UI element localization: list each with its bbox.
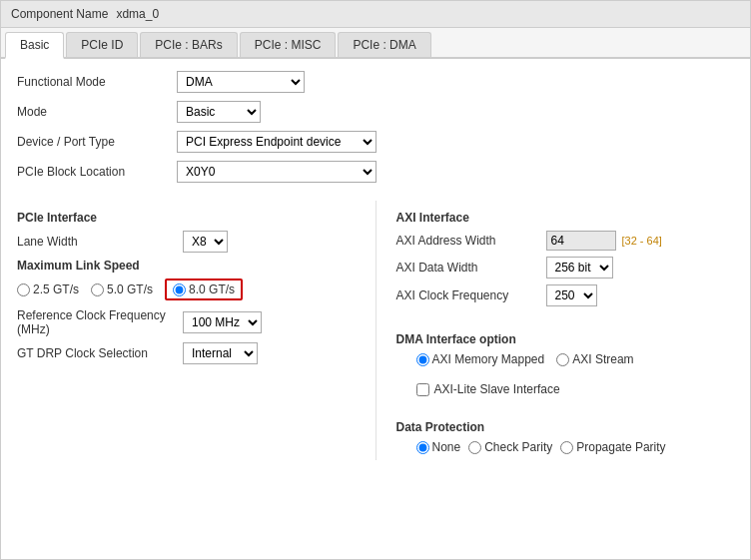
ref-clock-row: Reference Clock Frequency (MHz) 100 MHz …: [17, 308, 356, 336]
axi-lite-slave-row[interactable]: AXI-Lite Slave Interface: [416, 382, 735, 396]
gt-drp-row: GT DRP Clock Selection Internal External: [17, 342, 356, 364]
speed-2-5-radio[interactable]: [17, 283, 30, 296]
mode-select[interactable]: Basic Advanced: [177, 101, 261, 123]
axi-clock-freq-row: AXI Clock Frequency 125 250 500: [396, 284, 735, 306]
axi-lite-slave-label: AXI-Lite Slave Interface: [434, 382, 560, 396]
right-column: AXI Interface AXI Address Width [32 - 64…: [376, 201, 735, 460]
speed-8-0-radio[interactable]: [173, 283, 186, 296]
ref-clock-select[interactable]: 100 MHz 250 MHz: [183, 311, 262, 333]
speed-2-5-label: 2.5 GT/s: [33, 282, 79, 296]
pcie-interface-title: PCIe Interface: [17, 211, 356, 225]
speed-8-0-option[interactable]: 8.0 GT/s: [165, 279, 243, 300]
gt-drp-select[interactable]: Internal External: [183, 342, 258, 364]
axi-data-width-select[interactable]: 64 bit 128 bit 256 bit 512 bit: [546, 257, 613, 279]
axi-address-range-hint: [32 - 64]: [622, 235, 662, 247]
two-column-section: PCIe Interface Lane Width X1 X2 X4 X8 Ma…: [17, 201, 734, 460]
axi-lite-slave-checkbox[interactable]: [416, 383, 429, 396]
axi-mm-radio[interactable]: [416, 353, 429, 366]
pcie-block-location-row: PCIe Block Location X0Y0 X0Y1 X0Y2: [17, 161, 734, 183]
tab-pcie-id[interactable]: PCIe ID: [66, 32, 138, 57]
axi-address-width-input: [546, 231, 616, 251]
speed-5-0-label: 5.0 GT/s: [107, 282, 153, 296]
pcie-block-location-label: PCIe Block Location: [17, 165, 177, 179]
axi-data-width-row: AXI Data Width 64 bit 128 bit 256 bit 51…: [396, 257, 735, 279]
axi-clock-freq-label: AXI Clock Frequency: [396, 288, 546, 302]
bottom-area: [1, 472, 750, 512]
tab-basic[interactable]: Basic: [5, 32, 64, 59]
link-speed-radio-group: 2.5 GT/s 5.0 GT/s 8.0 GT/s: [17, 279, 356, 300]
pcie-block-location-select[interactable]: X0Y0 X0Y1 X0Y2: [177, 161, 376, 183]
speed-8-0-label: 8.0 GT/s: [189, 282, 235, 296]
lane-width-row: Lane Width X1 X2 X4 X8: [17, 231, 356, 253]
axi-clock-freq-select[interactable]: 125 250 500: [546, 284, 597, 306]
component-name-label: Component Name: [11, 7, 108, 21]
speed-5-0-radio[interactable]: [91, 283, 104, 296]
pcie-interface-section: PCIe Interface Lane Width X1 X2 X4 X8 Ma…: [17, 201, 376, 460]
protection-none-radio[interactable]: [416, 441, 429, 454]
protection-none-option[interactable]: None: [416, 440, 461, 454]
tab-pcie-dma[interactable]: PCIe : DMA: [338, 32, 430, 57]
functional-mode-label: Functional Mode: [17, 75, 177, 89]
axi-stream-radio[interactable]: [556, 353, 569, 366]
device-port-type-label: Device / Port Type: [17, 135, 177, 149]
axi-interface-title: AXI Interface: [396, 211, 735, 225]
ref-clock-label: Reference Clock Frequency (MHz): [17, 308, 177, 336]
data-protection-title: Data Protection: [396, 420, 735, 434]
content-area: Functional Mode DMA AXI Bridge Master AX…: [1, 59, 750, 472]
max-link-speed-title: Maximum Link Speed: [17, 259, 356, 273]
axi-mm-option[interactable]: AXI Memory Mapped: [416, 352, 545, 366]
mode-row: Mode Basic Advanced: [17, 101, 734, 123]
component-name-value: xdma_0: [116, 7, 159, 21]
protection-none-label: None: [432, 440, 461, 454]
device-port-type-select[interactable]: PCI Express Endpoint device PCI Express …: [177, 131, 376, 153]
mode-label: Mode: [17, 105, 177, 119]
data-protection-radio-group: None Check Parity Propagate Parity: [416, 440, 735, 454]
speed-2-5-option[interactable]: 2.5 GT/s: [17, 282, 79, 296]
axi-stream-option[interactable]: AXI Stream: [556, 352, 633, 366]
axi-address-width-label: AXI Address Width: [396, 234, 546, 248]
protection-check-parity-option[interactable]: Check Parity: [468, 440, 552, 454]
dma-interface-title: DMA Interface option: [396, 332, 735, 346]
speed-5-0-option[interactable]: 5.0 GT/s: [91, 282, 153, 296]
device-port-type-row: Device / Port Type PCI Express Endpoint …: [17, 131, 734, 153]
protection-check-parity-label: Check Parity: [484, 440, 552, 454]
lane-width-select[interactable]: X1 X2 X4 X8: [183, 231, 228, 253]
lane-width-label: Lane Width: [17, 235, 177, 249]
axi-mm-label: AXI Memory Mapped: [432, 352, 545, 366]
protection-propagate-parity-radio[interactable]: [560, 441, 573, 454]
axi-stream-label: AXI Stream: [572, 352, 633, 366]
functional-mode-select[interactable]: DMA AXI Bridge Master AXI Bridge Slave: [177, 71, 305, 93]
tab-pcie-misc[interactable]: PCIe : MISC: [240, 32, 337, 57]
gt-drp-label: GT DRP Clock Selection: [17, 346, 177, 360]
axi-address-width-row: AXI Address Width [32 - 64]: [396, 231, 735, 251]
max-link-speed-section: Maximum Link Speed 2.5 GT/s 5.0 GT/s: [17, 259, 356, 300]
axi-data-width-label: AXI Data Width: [396, 261, 546, 275]
protection-propagate-parity-option[interactable]: Propagate Parity: [560, 440, 665, 454]
tab-bar: Basic PCIe ID PCIe : BARs PCIe : MISC PC…: [1, 28, 750, 59]
main-window: Component Name xdma_0 Basic PCIe ID PCIe…: [0, 0, 751, 560]
protection-propagate-parity-label: Propagate Parity: [576, 440, 665, 454]
protection-check-parity-radio[interactable]: [468, 441, 481, 454]
title-bar: Component Name xdma_0: [1, 1, 750, 28]
tab-pcie-bars[interactable]: PCIe : BARs: [140, 32, 237, 57]
dma-interface-radio-group: AXI Memory Mapped AXI Stream: [416, 352, 735, 366]
functional-mode-row: Functional Mode DMA AXI Bridge Master AX…: [17, 71, 734, 93]
